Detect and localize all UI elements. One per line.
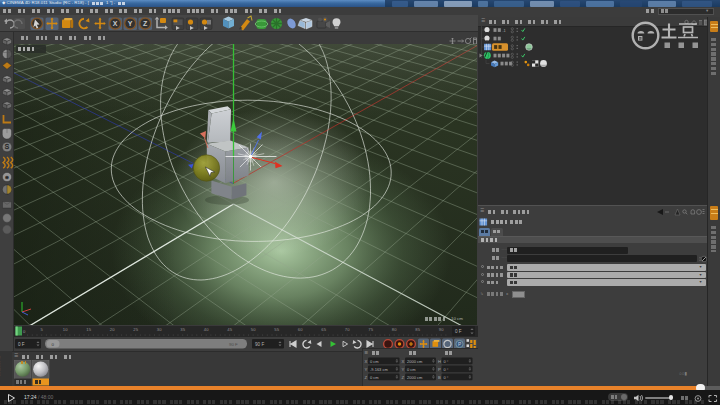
svg-text:0 cm: 0 cm: [370, 375, 379, 380]
svg-text:80: 80: [392, 327, 397, 332]
svg-text:0 F: 0 F: [455, 329, 462, 334]
svg-text:0 cm: 0 cm: [407, 367, 416, 372]
svg-text:50: 50: [251, 327, 256, 332]
svg-text:10: 10: [63, 327, 68, 332]
svg-text:15: 15: [86, 327, 91, 332]
svg-text:S: S: [5, 143, 10, 150]
svg-text:90 F: 90 F: [255, 342, 264, 347]
svg-text:B: B: [438, 375, 441, 380]
svg-text:P: P: [458, 342, 461, 347]
svg-text:25: 25: [133, 327, 138, 332]
svg-text:30: 30: [157, 327, 162, 332]
svg-text:0 °: 0 °: [444, 359, 449, 364]
svg-text:40: 40: [204, 327, 209, 332]
svg-text:90 F: 90 F: [229, 342, 238, 347]
svg-text:P: P: [438, 367, 441, 372]
svg-text:0 °: 0 °: [444, 367, 449, 372]
svg-text:60: 60: [298, 327, 303, 332]
svg-text:75: 75: [368, 327, 373, 332]
svg-text:X: X: [402, 359, 405, 364]
svg-text:Y: Y: [402, 367, 405, 372]
svg-text:65: 65: [321, 327, 326, 332]
svg-text:70: 70: [345, 327, 350, 332]
svg-text:0: 0: [23, 329, 26, 334]
svg-text:35: 35: [180, 327, 185, 332]
svg-text:0 cm: 0 cm: [370, 359, 379, 364]
svg-text:45: 45: [227, 327, 232, 332]
svg-text:2000 cm: 2000 cm: [407, 375, 423, 380]
svg-text:H: H: [438, 359, 441, 364]
svg-text:Z: Z: [365, 375, 368, 380]
svg-text:2000 cm: 2000 cm: [407, 359, 423, 364]
svg-text:Y: Y: [128, 20, 133, 27]
svg-text:0 °: 0 °: [444, 375, 449, 380]
svg-text:.1: .1: [502, 28, 506, 33]
svg-text:Y: Y: [365, 367, 368, 372]
svg-text:-9.163 cm: -9.163 cm: [370, 367, 388, 372]
svg-text:X: X: [365, 359, 368, 364]
svg-text:5: 5: [41, 327, 44, 332]
svg-text:20: 20: [110, 327, 115, 332]
svg-text:0 F: 0 F: [18, 342, 25, 347]
svg-text:85: 85: [415, 327, 420, 332]
svg-text:Z: Z: [402, 375, 405, 380]
svg-text:90: 90: [439, 327, 444, 332]
svg-text:Z: Z: [143, 20, 148, 27]
svg-text:55: 55: [274, 327, 279, 332]
svg-text:X: X: [113, 20, 118, 27]
